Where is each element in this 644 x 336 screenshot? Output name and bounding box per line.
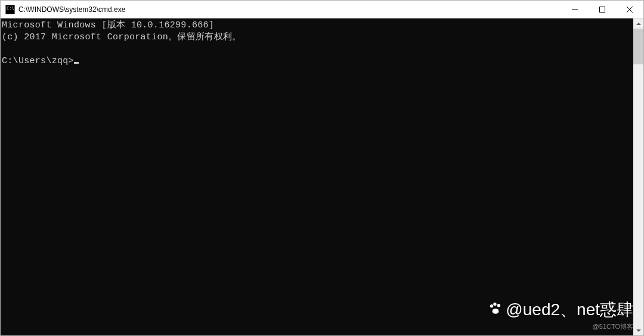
console-prompt: C:\Users\zqq> xyxy=(2,56,74,66)
svg-marker-5 xyxy=(636,329,641,332)
chevron-up-icon xyxy=(636,23,641,25)
maximize-button[interactable] xyxy=(589,1,616,18)
scroll-thumb[interactable] xyxy=(633,29,643,64)
maximize-icon xyxy=(599,7,605,13)
close-button[interactable] xyxy=(616,1,643,18)
cursor xyxy=(74,62,79,64)
console-line: Microsoft Windows [版本 10.0.16299.666] xyxy=(2,20,214,30)
minimize-button[interactable] xyxy=(561,1,589,18)
chevron-down-icon xyxy=(636,329,641,332)
minimize-icon xyxy=(572,7,578,13)
console-line: (c) 2017 Microsoft Corporation。保留所有权利。 xyxy=(2,32,241,42)
vertical-scrollbar[interactable] xyxy=(633,18,643,335)
cmd-icon xyxy=(5,5,15,14)
close-icon xyxy=(627,7,633,13)
window-title: C:\WINDOWS\system32\cmd.exe xyxy=(18,5,561,14)
svg-marker-4 xyxy=(636,23,641,25)
console-output[interactable]: Microsoft Windows [版本 10.0.16299.666] (c… xyxy=(1,18,633,335)
cmd-window: C:\WINDOWS\system32\cmd.exe Microsoft Wi xyxy=(0,0,644,336)
titlebar[interactable]: C:\WINDOWS\system32\cmd.exe xyxy=(1,1,643,18)
window-controls xyxy=(561,1,643,18)
scroll-track[interactable] xyxy=(633,29,643,325)
scroll-down-button[interactable] xyxy=(633,325,643,335)
svg-rect-1 xyxy=(600,7,605,12)
scroll-up-button[interactable] xyxy=(633,18,643,29)
console-area: Microsoft Windows [版本 10.0.16299.666] (c… xyxy=(1,18,643,335)
